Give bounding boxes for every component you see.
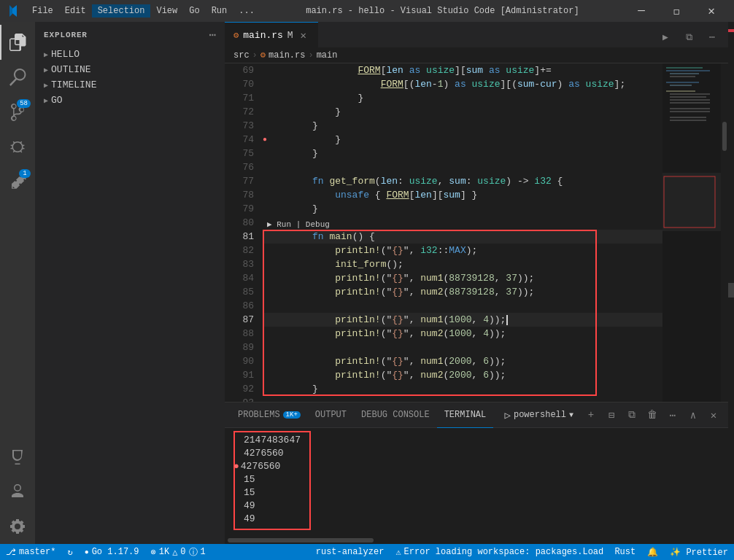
sidebar-item-hello[interactable]: ▶ HELLO: [35, 47, 225, 62]
vertical-scrollbar[interactable]: [721, 63, 728, 402]
sidebar-actions: ⋯: [209, 28, 216, 42]
ln-88: 88: [225, 327, 263, 341]
status-go-version[interactable]: ● Go 1.17.9: [79, 544, 145, 560]
tab-close-button[interactable]: ✕: [298, 29, 309, 41]
sidebar-item-outline[interactable]: ▶ OUTLINE: [35, 62, 225, 77]
status-rust-analyzer[interactable]: rust-analyzer: [310, 544, 390, 560]
scrollbar-thumb[interactable]: [722, 122, 727, 151]
h-scrollbar-thumb[interactable]: [228, 538, 374, 542]
sidebar-label-outline: OUTLINE: [51, 64, 91, 75]
maximize-panel-button[interactable]: ∧: [684, 406, 702, 424]
add-terminal-button[interactable]: +: [582, 406, 600, 424]
breadcrumb-src[interactable]: src: [233, 50, 250, 61]
sidebar-item-timeline[interactable]: ▶ TIMELINE: [35, 77, 225, 93]
menu-run[interactable]: Run: [206, 4, 233, 18]
viewport-indicator: [728, 283, 734, 298]
overview-ruler: [728, 22, 734, 544]
tab-problems[interactable]: PROBLEMS 1K+: [231, 402, 308, 428]
sidebar-item-go[interactable]: ▶ GO: [35, 93, 225, 108]
svg-rect-6: [670, 85, 692, 86]
breadcrumb-file[interactable]: ⚙ main.rs: [260, 50, 306, 61]
code-line-70: FORM[(len - 1) as usize][(sum - cur) as …: [263, 77, 662, 91]
breadcrumb: src › ⚙ main.rs › main: [225, 47, 728, 63]
ln-89: 89: [225, 341, 263, 354]
menu-view[interactable]: View: [150, 4, 183, 18]
status-prettier[interactable]: ✨ Prettier: [664, 544, 734, 560]
clear-terminal-button[interactable]: 🗑: [644, 406, 661, 424]
activity-search[interactable]: [0, 60, 35, 95]
code-content[interactable]: ▶ Run | Debug FORM[len as usize][sum as …: [263, 63, 662, 402]
activity-debug[interactable]: [0, 130, 35, 165]
more-panel-actions[interactable]: ⋯: [664, 406, 681, 424]
close-panel-button[interactable]: ✕: [705, 406, 722, 424]
terminal-line-2: 4276560: [244, 447, 301, 460]
code-line-69: FORM[len as usize][sum as usize] +=: [263, 63, 662, 77]
activity-scm[interactable]: 58: [0, 95, 35, 130]
error-count-label: 1K: [159, 547, 169, 557]
status-language[interactable]: Rust: [609, 544, 641, 560]
sidebar-sections: ▶ HELLO ▶ OUTLINE ▶ TIMELINE ▶ GO: [35, 45, 225, 109]
activity-explorer[interactable]: [0, 25, 35, 60]
ln-79: 79: [225, 202, 263, 216]
menu-selection[interactable]: Selection: [92, 4, 151, 18]
menu-edit[interactable]: Edit: [59, 4, 92, 18]
chevron-right-icon-timeline: ▶: [44, 81, 48, 90]
git-branch-label: master*: [19, 547, 55, 557]
code-line-78: unsafe { FORM[len][sum] }: [263, 188, 662, 202]
sync-icon: ↻: [67, 547, 72, 558]
ln-85: 85: [225, 285, 263, 299]
code-line-84: println!("{}", num1(88739128, 37));: [263, 271, 662, 285]
breadcrumb-sep-2: ›: [308, 50, 313, 61]
status-git-branch[interactable]: ⎇ master*: [0, 544, 61, 560]
minimize-button[interactable]: —: [625, 0, 658, 22]
sidebar-title: EXPLORER: [44, 31, 88, 39]
menu-file[interactable]: File: [26, 4, 59, 18]
tab-actions: ▶ ⧉ ⋯: [649, 27, 728, 47]
close-button[interactable]: ✕: [695, 0, 728, 22]
sidebar: EXPLORER ⋯ ▶ HELLO ▶ OUTLINE ▶ TIMELINE …: [35, 22, 225, 544]
status-sync[interactable]: ↻: [61, 544, 78, 560]
activity-extensions[interactable]: 1: [0, 165, 35, 200]
breadcrumb-symbol[interactable]: main: [317, 50, 338, 61]
activity-testing[interactable]: [0, 439, 35, 474]
terminal-line-7: 49: [244, 513, 301, 526]
warning-status-icon: ⚠: [395, 547, 401, 558]
status-bell[interactable]: 🔔: [641, 544, 664, 560]
menu-go[interactable]: Go: [183, 4, 205, 18]
status-errors[interactable]: ⊗ 1K △ 0 ⓘ 1: [144, 544, 211, 560]
ln-76: 76: [225, 160, 263, 174]
ln-78: 78: [225, 188, 263, 202]
run-debug-label[interactable]: ▶ Run | Debug: [264, 219, 333, 229]
terminal-dropdown[interactable]: ▷ powershell ▼: [499, 409, 579, 421]
tab-output[interactable]: OUTPUT: [308, 402, 354, 428]
tab-main-rs[interactable]: ⚙ main.rs M ✕: [225, 22, 318, 47]
status-error-msg[interactable]: ⚠ Error loading workspace: packages.Load…: [390, 544, 609, 560]
ln-81: 81: [225, 230, 263, 244]
svg-rect-15: [670, 120, 706, 121]
code-line-93: [263, 396, 662, 402]
activity-settings[interactable]: [0, 509, 35, 544]
code-editor[interactable]: 69 70 71 72 73 74 75 76 77 78 79 80 81 8…: [225, 63, 728, 402]
run-debug-button[interactable]: ▶: [655, 27, 676, 47]
ln-77: 77: [225, 174, 263, 188]
extensions-badge: 1: [19, 169, 31, 178]
panel-layout-button[interactable]: ⧉: [623, 406, 641, 424]
restore-button[interactable]: ◻: [660, 0, 693, 22]
tab-terminal[interactable]: TERMINAL: [437, 402, 494, 428]
ln-71: 71: [225, 91, 263, 105]
chevron-right-icon-outline: ▶: [44, 66, 48, 74]
activity-account[interactable]: [0, 474, 35, 509]
panel: PROBLEMS 1K+ OUTPUT DEBUG CONSOLE TERMIN…: [225, 402, 728, 544]
split-editor-button[interactable]: ⧉: [679, 27, 699, 47]
chevron-right-icon: ▶: [44, 50, 48, 59]
tab-debug-console[interactable]: DEBUG CONSOLE: [354, 402, 437, 428]
sidebar-more-actions[interactable]: ⋯: [209, 28, 216, 42]
more-actions-button[interactable]: ⋯: [702, 27, 722, 47]
terminal-content[interactable]: 2147483647 4276560 ● 4276560 15 15 49 49…: [225, 428, 728, 537]
horizontal-scrollbar[interactable]: [225, 537, 728, 544]
menu-more[interactable]: ...: [233, 4, 260, 18]
code-line-76: [263, 160, 662, 174]
svg-rect-7: [666, 90, 695, 92]
split-terminal-button[interactable]: ⊟: [603, 406, 620, 424]
minimap: [662, 63, 721, 402]
